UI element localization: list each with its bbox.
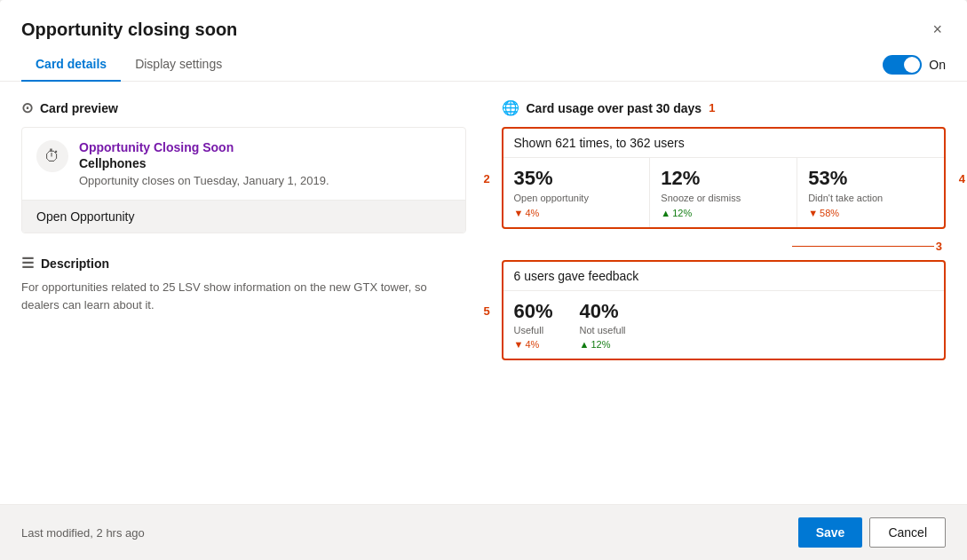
feedback-label-usefull: Usefull: [514, 325, 553, 335]
feedback-stat-usefull: 60% Usefull ▼ 4%: [514, 300, 553, 350]
feedback-outer-box: 6 users gave feedback 60% Usefull ▼ 4% 4…: [502, 260, 947, 360]
arrow-down-icon-3: ▼: [514, 339, 524, 350]
stat-snooze-dismiss: 12% Snooze or dismiss ▲ 12%: [650, 158, 797, 227]
card-preview-label: Card preview: [40, 101, 118, 115]
modal-footer: Last modified, 2 hrs ago Save Cancel: [0, 504, 967, 560]
description-section: ☰ Description For opportunities related …: [21, 255, 466, 313]
annotation-3-row: 3: [502, 240, 947, 253]
feedback-change-notusefull: ▲ 12%: [580, 339, 626, 350]
usage-header: 🌐 Card usage over past 30 days 1: [502, 99, 947, 116]
annotation-2: 2: [484, 171, 490, 185]
feedback-pct-notusefull: 40%: [580, 300, 626, 323]
card-body-text: Opportunity closes on Tuesday, January 1…: [79, 174, 329, 187]
arrow-up-icon: ▲: [661, 208, 670, 218]
card-subtitle: Cellphones: [79, 156, 329, 170]
description-label: Description: [41, 256, 109, 271]
tab-card-details[interactable]: Card details: [21, 48, 121, 82]
usage-outer-box: Shown 621 times, to 362 users 35% Open o…: [502, 127, 947, 229]
stat-label-noaction: Didn't take action: [808, 192, 933, 204]
feedback-header: 6 users gave feedback: [503, 262, 945, 291]
stat-label-open: Open opportunity: [514, 192, 639, 204]
arrow-up-icon-2: ▲: [580, 339, 590, 350]
stat-pct-noaction: 53%: [808, 167, 933, 190]
arrow-down-icon: ▼: [514, 208, 524, 218]
stat-label-snooze: Snooze or dismiss: [661, 192, 786, 204]
description-header: ☰ Description: [21, 255, 466, 272]
feedback-stats: 60% Usefull ▼ 4% 40% Not usefull ▲ 12%: [503, 291, 945, 359]
annotation-3-line: [792, 246, 934, 247]
stat-change-snooze: ▲ 12%: [661, 208, 786, 218]
stats-row: 35% Open opportunity ▼ 4% 12% Snooze or …: [503, 158, 945, 227]
cancel-button[interactable]: Cancel: [869, 517, 946, 548]
stat-no-action: 53% Didn't take action ▼ 58%: [797, 158, 944, 227]
feedback-change-usefull: ▼ 4%: [514, 339, 553, 350]
right-panel: 🌐 Card usage over past 30 days 1 2 4 Sho…: [502, 99, 947, 486]
card-preview-box: ⏱ Opportunity Closing Soon Cellphones Op…: [21, 127, 466, 233]
shown-row: Shown 621 times, to 362 users: [503, 129, 945, 158]
toggle-label: On: [929, 58, 946, 72]
toggle-switch[interactable]: [883, 55, 922, 75]
modal-title: Opportunity closing soon: [21, 20, 237, 40]
card-inner: ⏱ Opportunity Closing Soon Cellphones Op…: [22, 128, 465, 200]
preview-icon: ⊙: [21, 99, 33, 116]
save-button[interactable]: Save: [798, 517, 863, 548]
card-preview-header: ⊙ Card preview: [21, 99, 466, 116]
description-icon: ☰: [21, 255, 34, 272]
footer-buttons: Save Cancel: [798, 517, 946, 548]
feedback-stat-notusefull: 40% Not usefull ▲ 12%: [580, 300, 626, 350]
stat-change-noaction: ▼ 58%: [808, 208, 933, 218]
modal-body: ⊙ Card preview ⏱ Opportunity Closing Soo…: [0, 82, 967, 504]
feedback-pct-usefull: 60%: [514, 300, 553, 323]
annotation-1: 1: [709, 101, 715, 114]
stat-open-opportunity: 35% Open opportunity ▼ 4%: [503, 158, 651, 227]
arrow-down-icon-2: ▼: [808, 208, 818, 218]
annotation-3: 3: [936, 240, 942, 253]
feedback-label-notusefull: Not usefull: [580, 325, 626, 335]
tabs: Card details Display settings: [21, 48, 236, 81]
usage-title: Card usage over past 30 days: [527, 101, 702, 115]
card-text-content: Opportunity Closing Soon Cellphones Oppo…: [79, 140, 329, 187]
stat-pct-snooze: 12%: [661, 167, 786, 190]
stat-pct-open: 35%: [514, 167, 639, 190]
modal-header: Opportunity closing soon ×: [0, 0, 967, 41]
description-text: For opportunities related to 25 LSV show…: [21, 279, 466, 313]
left-panel: ⊙ Card preview ⏱ Opportunity Closing Soo…: [21, 99, 466, 486]
annotation-4: 4: [959, 171, 965, 185]
tab-display-settings[interactable]: Display settings: [121, 48, 236, 82]
card-icon: ⏱: [36, 140, 68, 172]
card-title-link[interactable]: Opportunity Closing Soon: [79, 140, 329, 154]
tabs-row: Card details Display settings On: [0, 48, 967, 82]
card-action-bar[interactable]: Open Opportunity: [22, 200, 465, 233]
feedback-wrapper: 5 6 users gave feedback 60% Usefull ▼ 4%…: [502, 260, 947, 360]
footer-modified: Last modified, 2 hrs ago: [21, 526, 145, 540]
annotation-5: 5: [484, 304, 490, 317]
usage-icon: 🌐: [502, 99, 519, 116]
usage-stats-wrapper: 2 4 Shown 621 times, to 362 users 35% Op…: [502, 127, 947, 229]
modal: Opportunity closing soon × Card details …: [0, 0, 967, 560]
stat-change-open: ▼ 4%: [514, 208, 639, 218]
close-button[interactable]: ×: [929, 18, 946, 41]
toggle-knob: [904, 57, 920, 73]
toggle-wrap: On: [883, 55, 946, 75]
